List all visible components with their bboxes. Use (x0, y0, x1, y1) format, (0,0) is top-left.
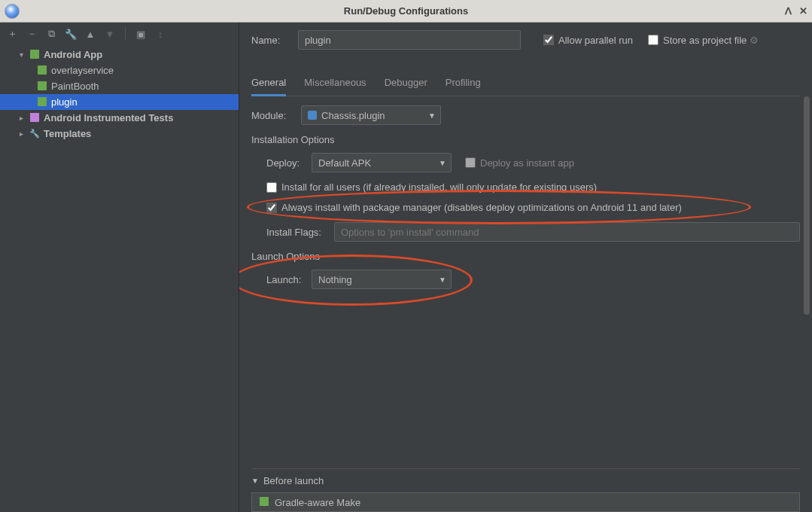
general-pane: Module: Chassis.plugin ▼ Installation Op… (239, 96, 812, 468)
chevron-down-icon: ▼ (428, 111, 436, 120)
android-icon (36, 96, 48, 108)
checkbox-label: Allow parallel run (558, 35, 633, 46)
deploy-instant-checkbox[interactable]: Deploy as instant app (465, 157, 574, 169)
chevron-down-icon: ▼ (439, 159, 446, 167)
checkbox-icon[interactable] (543, 35, 554, 45)
tree-item-android-app[interactable]: ▾ Android App (0, 47, 239, 62)
launch-label: Launch: (266, 274, 312, 285)
checkbox-label: Store as project file (663, 35, 747, 46)
checkbox-label: Deploy as instant app (480, 157, 574, 169)
checkbox-icon[interactable] (266, 203, 277, 213)
android-icon (29, 112, 41, 124)
tree-label: Android Instrumented Tests (44, 112, 173, 123)
allow-parallel-checkbox[interactable]: Allow parallel run (543, 35, 633, 46)
select-value: Default APK (318, 157, 371, 169)
tree-label: Templates (44, 128, 91, 139)
tab-debugger[interactable]: Debugger (385, 71, 427, 96)
install-flags-label: Install Flags: (266, 227, 334, 238)
before-launch-section: ▼ Before launch Gradle-aware Make (251, 468, 800, 512)
scrollbar-thumb[interactable] (804, 96, 810, 315)
chevron-right-icon: ▸ (17, 130, 26, 138)
android-icon (29, 49, 41, 61)
install-flags-input[interactable] (334, 222, 800, 242)
before-launch-item[interactable]: Gradle-aware Make (251, 492, 800, 512)
deploy-select[interactable]: Default APK ▼ (312, 153, 452, 172)
android-icon (258, 496, 270, 508)
tree-label: plugin (51, 96, 78, 108)
tab-profiling[interactable]: Profiling (446, 71, 481, 96)
tree-label: Android App (44, 49, 102, 60)
sort-icon[interactable]: ↕ (154, 28, 166, 40)
module-select[interactable]: Chassis.plugin ▼ (301, 105, 441, 125)
down-icon[interactable]: ▼ (104, 28, 116, 40)
tabs: General Miscellaneous Debugger Profiling (251, 71, 800, 96)
select-value: Nothing (318, 274, 352, 285)
always-pm-checkbox[interactable]: Always install with package manager (dis… (266, 202, 682, 213)
installation-section: Installation Options (251, 134, 800, 145)
tree-toolbar: ＋ － ⧉ 🔧 ▲ ▼ ▣ ↕ (0, 23, 239, 45)
tab-general[interactable]: General (251, 71, 286, 96)
up-icon[interactable]: ▲ (84, 28, 96, 40)
tree-label: overlayservice (51, 65, 114, 76)
chevron-right-icon: ▸ (17, 114, 26, 122)
item-label: Gradle-aware Make (275, 497, 360, 508)
name-input[interactable] (298, 30, 521, 50)
copy-icon[interactable]: ⧉ (45, 28, 57, 40)
tree-item-plugin[interactable]: plugin (0, 94, 239, 110)
tree-label: PaintBooth (51, 81, 99, 92)
chevron-down-icon: ▼ (439, 276, 446, 284)
android-icon (36, 65, 48, 77)
module-label: Module: (251, 110, 301, 121)
tab-misc[interactable]: Miscellaneous (304, 71, 366, 96)
remove-icon[interactable]: － (26, 28, 38, 40)
checkbox-icon[interactable] (465, 157, 476, 168)
deploy-label: Deploy: (266, 157, 312, 169)
main-panel: Name: Allow parallel run Store as projec… (239, 23, 812, 512)
chevron-down-icon: ▾ (17, 50, 26, 59)
store-as-project-checkbox[interactable]: Store as project file (648, 35, 747, 46)
chevron-down-icon[interactable]: ▼ (251, 477, 259, 485)
sidebar: ＋ － ⧉ 🔧 ▲ ▼ ▣ ↕ ▾ Android App overlayser… (0, 23, 239, 512)
config-tree: ▾ Android App overlayservice PaintBooth … (0, 45, 239, 512)
tree-item-templates[interactable]: ▸ Templates (0, 126, 239, 142)
tree-item-paintbooth[interactable]: PaintBooth (0, 78, 239, 94)
checkbox-label: Install for all users (if already instal… (281, 181, 597, 193)
wrench-icon[interactable]: 🔧 (65, 28, 77, 40)
folder-icon[interactable]: ▣ (135, 28, 147, 40)
checkbox-icon[interactable] (266, 182, 277, 193)
titlebar: Run/Debug Configurations ᐱ ✕ (0, 0, 812, 23)
checkbox-icon[interactable] (648, 35, 658, 45)
name-label: Name: (251, 35, 298, 46)
window-title: Run/Debug Configurations (0, 5, 812, 17)
module-icon (308, 111, 317, 120)
section-header: Before launch (263, 475, 324, 486)
launch-section: Launch Options (251, 251, 800, 262)
select-value: Chassis.plugin (321, 110, 385, 121)
wrench-icon (29, 128, 41, 140)
android-icon (36, 81, 48, 93)
gear-icon[interactable]: ⚙ (750, 35, 759, 46)
tree-item-overlayservice[interactable]: overlayservice (0, 62, 239, 78)
launch-select[interactable]: Nothing ▼ (312, 270, 452, 289)
checkbox-label: Always install with package manager (dis… (281, 202, 682, 213)
install-all-users-checkbox[interactable]: Install for all users (if already instal… (266, 181, 597, 193)
tree-item-instrumented[interactable]: ▸ Android Instrumented Tests (0, 110, 239, 126)
add-icon[interactable]: ＋ (6, 28, 18, 40)
